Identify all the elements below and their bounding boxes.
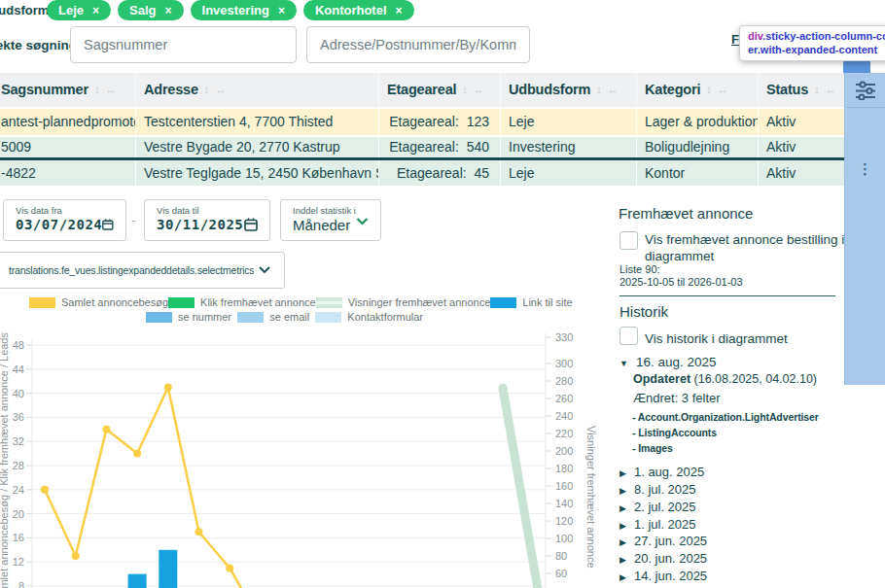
svg-text:60: 60 (555, 568, 567, 579)
chip-remove-icon[interactable]: × (92, 4, 99, 17)
legend-item-samlet-annoncebesog[interactable]: Samlet annoncebesøg (29, 296, 168, 308)
column-header-adresse[interactable]: Adresse ↕ ↔ (136, 73, 379, 107)
sort-icon[interactable]: ↕ (204, 73, 209, 107)
legend-item-se-nummer[interactable]: se nummer (146, 311, 231, 323)
svg-text:120: 120 (555, 515, 573, 527)
history-entry-collapsed[interactable]: ▶ 1. jul. 2025 (620, 517, 696, 532)
resize-icon[interactable]: ↔ (718, 73, 728, 107)
svg-text:Samlet annoncebesøg / Klik fre: Samlet annoncebesøg / Klik fremhævet ann… (0, 332, 10, 588)
chip-leje[interactable]: Leje × (47, 0, 111, 20)
list-label: Liste 90: (620, 263, 660, 276)
sort-icon[interactable]: ↕ (814, 73, 819, 107)
date-from-value[interactable]: 03/07/2024 (16, 217, 102, 232)
date-from-field[interactable]: Vis data fra 03/07/2024 (3, 199, 126, 241)
chip-investering[interactable]: Investering × (191, 0, 297, 20)
table-row[interactable]: 5009 Vestre Bygade 20, 2770 Kastrup Etag… (0, 137, 844, 157)
sidebar-divider (620, 295, 835, 296)
column-header-status[interactable]: Status ↕ ↔ (759, 73, 844, 107)
chip-kontorhotel[interactable]: Kontorhotel × (303, 0, 414, 20)
history-entry-collapsed[interactable]: ▶ 1. aug. 2025 (620, 465, 704, 479)
history-entry-collapsed[interactable]: ▶ 20. jun. 2025 (620, 551, 707, 566)
sort-icon[interactable]: ↕ (596, 73, 601, 107)
expand-triangle-icon[interactable]: ▶ (620, 555, 626, 565)
chevron-down-icon[interactable] (356, 218, 369, 225)
legend-item-link-til-site[interactable]: Link til site (490, 296, 572, 308)
expand-triangle-icon[interactable]: ▶ (620, 486, 626, 496)
collapse-triangle-icon[interactable]: ▼ (620, 359, 628, 368)
calendar-icon[interactable] (102, 218, 114, 231)
table-row[interactable]: -4822 Vestre Teglgade 15, 2450 København… (0, 160, 844, 186)
resize-icon[interactable]: ↔ (608, 73, 619, 107)
legend-label: Visninger fremhævet annonce (348, 296, 491, 308)
sticky-action-column: ⋮ (844, 73, 885, 385)
sagsnummer-search-input[interactable] (70, 26, 297, 63)
calendar-icon[interactable] (244, 218, 258, 231)
history-updated-label: Opdateret (633, 372, 690, 386)
expand-triangle-icon[interactable]: ▶ (620, 521, 626, 531)
column-label: Adresse (144, 73, 198, 107)
chip-remove-icon[interactable]: × (278, 4, 285, 17)
cell-sagsnummer: antest-plannedpromoted (0, 109, 136, 135)
cell-status: Aktiv (759, 137, 844, 157)
chip-label: Leje (58, 3, 84, 17)
date-to-value[interactable]: 30/11/2025 (157, 217, 243, 232)
featured-order-checkbox[interactable] (620, 231, 638, 250)
cell-kategori: Boligudlejning (637, 137, 759, 157)
legend-swatch (29, 297, 55, 308)
legend-swatch (316, 297, 342, 308)
legend-item-kontaktformular[interactable]: Kontaktformular (315, 311, 423, 323)
svg-text:200: 200 (555, 445, 573, 457)
cell-status: Aktiv (759, 160, 844, 186)
legend-item-se-email[interactable]: se email (237, 311, 309, 323)
resize-icon[interactable]: ↔ (105, 73, 116, 107)
chevron-down-icon[interactable] (259, 266, 270, 274)
history-entry-collapsed[interactable]: ▶ 27. jun. 2025 (620, 534, 707, 548)
column-header-etageareal[interactable]: Etageareal ↕ ↔ (379, 73, 501, 107)
expand-triangle-icon[interactable]: ▶ (620, 572, 626, 582)
table-row[interactable]: antest-plannedpromoted Testcenterstien 4… (0, 109, 844, 135)
interval-select[interactable]: Inddel statistik i Måneder (280, 199, 381, 241)
svg-text:240: 240 (555, 410, 573, 422)
legend-item-visninger-fremhaevet[interactable]: Visninger fremhævet annonce (316, 296, 491, 308)
sort-icon[interactable]: ↕ (706, 73, 711, 107)
cell-status: Aktiv (759, 109, 844, 135)
resize-icon[interactable]: ↔ (474, 73, 484, 107)
date-to-field[interactable]: Vis data til 30/11/2025 (144, 199, 270, 241)
history-entry-expanded[interactable]: ▼ 16. aug. 2025 (620, 355, 717, 369)
adresse-search-input[interactable] (306, 26, 530, 63)
history-entry-collapsed[interactable]: ▶ 2. jul. 2025 (620, 500, 696, 514)
history-entry-collapsed[interactable]: ▶ 8. jul. 2025 (620, 482, 696, 497)
featured-section-title: Fremhævet annonce (619, 205, 753, 222)
column-header-sagsnummer[interactable]: Sagsnummer ↕ ↔ (0, 73, 136, 107)
covered-link-fragment[interactable]: F (731, 32, 739, 47)
sort-icon[interactable]: ↕ (462, 73, 467, 107)
legend-item-klik-fremhaevet[interactable]: Klik fremhævet annonce (168, 296, 316, 308)
chip-remove-icon[interactable]: × (165, 4, 172, 17)
featured-order-checkbox-label: Vis fremhævet annonce bestilling i diagr… (645, 231, 851, 264)
interval-value[interactable]: Måneder (293, 217, 350, 233)
column-settings-button[interactable] (845, 73, 885, 108)
history-checkbox[interactable] (620, 327, 638, 345)
cell-adresse: Vestre Bygade 20, 2770 Kastrup (136, 137, 379, 157)
date-from-label: Vis data fra (4, 200, 125, 217)
history-entry-collapsed[interactable]: ▶ 14. jun. 2025 (620, 569, 707, 583)
chip-remove-icon[interactable]: × (396, 4, 403, 17)
tooltip-tag: div (748, 30, 762, 42)
expand-triangle-icon[interactable]: ▶ (620, 503, 626, 513)
column-header-kategori[interactable]: Kategori ↕ ↔ (637, 73, 759, 107)
metrics-select[interactable]: translations.fe_vues.listingexpandeddeta… (0, 252, 285, 289)
column-header-udbudsform[interactable]: Udbudsform ↕ ↔ (501, 73, 637, 107)
resize-icon[interactable]: ↔ (825, 73, 835, 107)
row-actions-kebab-icon[interactable]: ⋮ (858, 160, 872, 178)
resize-icon[interactable]: ↔ (215, 73, 226, 107)
svg-text:16: 16 (13, 532, 24, 543)
history-entry-date: 1. aug. 2025 (634, 465, 704, 479)
expand-triangle-icon[interactable]: ▶ (620, 537, 626, 547)
svg-text:260: 260 (555, 393, 573, 404)
page-canvas: Udbudsform: Leje × Salg × Investering × … (0, 0, 885, 588)
expand-triangle-icon[interactable]: ▶ (620, 468, 626, 478)
sort-icon[interactable]: ↕ (94, 73, 99, 107)
chip-salg[interactable]: Salg × (118, 0, 183, 20)
legend-swatch (490, 297, 516, 308)
cell-adresse: Vestre Teglgade 15, 2450 København SV (136, 160, 379, 186)
